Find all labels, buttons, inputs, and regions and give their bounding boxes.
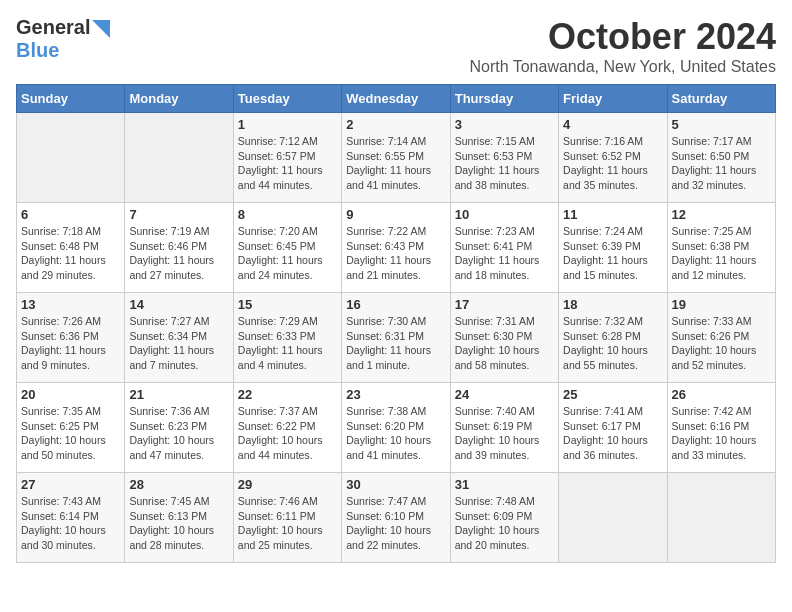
calendar-cell [17,113,125,203]
calendar-week-row: 13Sunrise: 7:26 AMSunset: 6:36 PMDayligh… [17,293,776,383]
calendar-week-row: 20Sunrise: 7:35 AMSunset: 6:25 PMDayligh… [17,383,776,473]
day-info: Sunrise: 7:30 AMSunset: 6:31 PMDaylight:… [346,314,445,373]
calendar-cell: 2Sunrise: 7:14 AMSunset: 6:55 PMDaylight… [342,113,450,203]
calendar-cell: 13Sunrise: 7:26 AMSunset: 6:36 PMDayligh… [17,293,125,383]
title-block: October 2024 North Tonawanda, New York, … [469,16,776,76]
day-number: 25 [563,387,662,402]
day-number: 24 [455,387,554,402]
calendar-cell: 10Sunrise: 7:23 AMSunset: 6:41 PMDayligh… [450,203,558,293]
day-number: 31 [455,477,554,492]
calendar-cell: 28Sunrise: 7:45 AMSunset: 6:13 PMDayligh… [125,473,233,563]
day-number: 12 [672,207,771,222]
page-header: General Blue October 2024 North Tonawand… [16,16,776,76]
day-number: 15 [238,297,337,312]
calendar-cell: 1Sunrise: 7:12 AMSunset: 6:57 PMDaylight… [233,113,341,203]
calendar-cell: 15Sunrise: 7:29 AMSunset: 6:33 PMDayligh… [233,293,341,383]
day-info: Sunrise: 7:12 AMSunset: 6:57 PMDaylight:… [238,134,337,193]
day-number: 30 [346,477,445,492]
day-number: 3 [455,117,554,132]
day-number: 5 [672,117,771,132]
day-number: 27 [21,477,120,492]
day-info: Sunrise: 7:19 AMSunset: 6:46 PMDaylight:… [129,224,228,283]
calendar-cell: 19Sunrise: 7:33 AMSunset: 6:26 PMDayligh… [667,293,775,383]
calendar-cell: 8Sunrise: 7:20 AMSunset: 6:45 PMDaylight… [233,203,341,293]
calendar-cell: 22Sunrise: 7:37 AMSunset: 6:22 PMDayligh… [233,383,341,473]
calendar-cell: 9Sunrise: 7:22 AMSunset: 6:43 PMDaylight… [342,203,450,293]
calendar-cell: 24Sunrise: 7:40 AMSunset: 6:19 PMDayligh… [450,383,558,473]
calendar-cell: 30Sunrise: 7:47 AMSunset: 6:10 PMDayligh… [342,473,450,563]
day-info: Sunrise: 7:29 AMSunset: 6:33 PMDaylight:… [238,314,337,373]
calendar-body: 1Sunrise: 7:12 AMSunset: 6:57 PMDaylight… [17,113,776,563]
day-number: 14 [129,297,228,312]
day-number: 20 [21,387,120,402]
calendar-cell: 18Sunrise: 7:32 AMSunset: 6:28 PMDayligh… [559,293,667,383]
calendar-cell: 16Sunrise: 7:30 AMSunset: 6:31 PMDayligh… [342,293,450,383]
day-info: Sunrise: 7:47 AMSunset: 6:10 PMDaylight:… [346,494,445,553]
day-of-week-header: Monday [125,85,233,113]
day-info: Sunrise: 7:17 AMSunset: 6:50 PMDaylight:… [672,134,771,193]
calendar-cell: 6Sunrise: 7:18 AMSunset: 6:48 PMDaylight… [17,203,125,293]
day-info: Sunrise: 7:22 AMSunset: 6:43 PMDaylight:… [346,224,445,283]
day-number: 28 [129,477,228,492]
calendar-cell: 14Sunrise: 7:27 AMSunset: 6:34 PMDayligh… [125,293,233,383]
calendar-cell: 20Sunrise: 7:35 AMSunset: 6:25 PMDayligh… [17,383,125,473]
day-info: Sunrise: 7:48 AMSunset: 6:09 PMDaylight:… [455,494,554,553]
day-number: 23 [346,387,445,402]
day-info: Sunrise: 7:32 AMSunset: 6:28 PMDaylight:… [563,314,662,373]
day-info: Sunrise: 7:23 AMSunset: 6:41 PMDaylight:… [455,224,554,283]
day-info: Sunrise: 7:14 AMSunset: 6:55 PMDaylight:… [346,134,445,193]
calendar-cell: 12Sunrise: 7:25 AMSunset: 6:38 PMDayligh… [667,203,775,293]
day-number: 9 [346,207,445,222]
day-info: Sunrise: 7:24 AMSunset: 6:39 PMDaylight:… [563,224,662,283]
day-number: 13 [21,297,120,312]
location-title: North Tonawanda, New York, United States [469,58,776,76]
day-of-week-header: Tuesday [233,85,341,113]
day-info: Sunrise: 7:41 AMSunset: 6:17 PMDaylight:… [563,404,662,463]
calendar-cell: 29Sunrise: 7:46 AMSunset: 6:11 PMDayligh… [233,473,341,563]
day-number: 7 [129,207,228,222]
calendar-week-row: 6Sunrise: 7:18 AMSunset: 6:48 PMDaylight… [17,203,776,293]
day-of-week-header: Friday [559,85,667,113]
logo-general-text: General [16,16,90,39]
day-info: Sunrise: 7:18 AMSunset: 6:48 PMDaylight:… [21,224,120,283]
calendar-cell: 31Sunrise: 7:48 AMSunset: 6:09 PMDayligh… [450,473,558,563]
day-info: Sunrise: 7:45 AMSunset: 6:13 PMDaylight:… [129,494,228,553]
calendar-week-row: 27Sunrise: 7:43 AMSunset: 6:14 PMDayligh… [17,473,776,563]
day-number: 17 [455,297,554,312]
day-of-week-header: Sunday [17,85,125,113]
day-number: 4 [563,117,662,132]
calendar-cell [125,113,233,203]
calendar-table: SundayMondayTuesdayWednesdayThursdayFrid… [16,84,776,563]
day-info: Sunrise: 7:36 AMSunset: 6:23 PMDaylight:… [129,404,228,463]
day-info: Sunrise: 7:37 AMSunset: 6:22 PMDaylight:… [238,404,337,463]
day-info: Sunrise: 7:42 AMSunset: 6:16 PMDaylight:… [672,404,771,463]
logo: General Blue [16,16,110,62]
day-info: Sunrise: 7:33 AMSunset: 6:26 PMDaylight:… [672,314,771,373]
calendar-cell: 23Sunrise: 7:38 AMSunset: 6:20 PMDayligh… [342,383,450,473]
day-number: 22 [238,387,337,402]
day-info: Sunrise: 7:35 AMSunset: 6:25 PMDaylight:… [21,404,120,463]
calendar-cell: 7Sunrise: 7:19 AMSunset: 6:46 PMDaylight… [125,203,233,293]
calendar-cell: 4Sunrise: 7:16 AMSunset: 6:52 PMDaylight… [559,113,667,203]
day-of-week-header: Saturday [667,85,775,113]
logo-blue-text: Blue [16,39,59,61]
calendar-cell: 25Sunrise: 7:41 AMSunset: 6:17 PMDayligh… [559,383,667,473]
day-number: 1 [238,117,337,132]
calendar-cell [559,473,667,563]
calendar-cell: 26Sunrise: 7:42 AMSunset: 6:16 PMDayligh… [667,383,775,473]
month-title: October 2024 [469,16,776,58]
calendar-cell: 5Sunrise: 7:17 AMSunset: 6:50 PMDaylight… [667,113,775,203]
day-info: Sunrise: 7:26 AMSunset: 6:36 PMDaylight:… [21,314,120,373]
day-info: Sunrise: 7:15 AMSunset: 6:53 PMDaylight:… [455,134,554,193]
day-info: Sunrise: 7:38 AMSunset: 6:20 PMDaylight:… [346,404,445,463]
calendar-cell: 27Sunrise: 7:43 AMSunset: 6:14 PMDayligh… [17,473,125,563]
calendar-cell: 3Sunrise: 7:15 AMSunset: 6:53 PMDaylight… [450,113,558,203]
day-number: 26 [672,387,771,402]
day-number: 2 [346,117,445,132]
day-info: Sunrise: 7:43 AMSunset: 6:14 PMDaylight:… [21,494,120,553]
day-info: Sunrise: 7:31 AMSunset: 6:30 PMDaylight:… [455,314,554,373]
day-of-week-header: Wednesday [342,85,450,113]
days-of-week-row: SundayMondayTuesdayWednesdayThursdayFrid… [17,85,776,113]
day-number: 21 [129,387,228,402]
calendar-cell: 11Sunrise: 7:24 AMSunset: 6:39 PMDayligh… [559,203,667,293]
